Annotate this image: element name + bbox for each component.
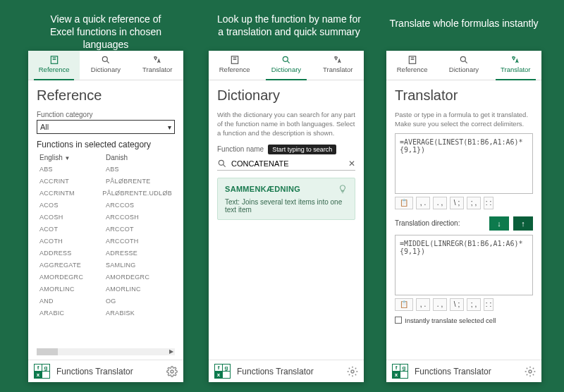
paste-icon[interactable]: 📋	[395, 298, 413, 311]
translate-down-button[interactable]: ↓	[489, 216, 509, 231]
search-icon	[101, 55, 111, 65]
source-formula-input[interactable]: =AVERAGE(LINEST(B1:B6,A1:A6)*{9,1})	[395, 133, 533, 194]
reference-icon	[49, 55, 59, 65]
reference-panel: Reference Dictionary Translator Referenc…	[28, 51, 183, 382]
horizontal-scrollbar[interactable]: ◀ ▶	[37, 348, 175, 355]
table-row[interactable]: ACOTHARCCOTH	[37, 235, 175, 247]
svg-point-17	[460, 56, 465, 61]
translate-icon	[152, 55, 162, 65]
settings-icon[interactable]	[166, 366, 178, 377]
table-row[interactable]: ACCRINTPÅLØBRENTE	[37, 175, 175, 187]
delim-button[interactable]: \ ;	[450, 298, 464, 311]
instant-label: Instantly translate selected cell	[405, 317, 496, 324]
search-tooltip: Start typing to search	[268, 145, 336, 154]
table-row[interactable]: ABSABS	[37, 163, 175, 175]
delim-button[interactable]: . ,	[433, 298, 447, 311]
delim-button[interactable]: , .	[416, 197, 430, 209]
sort-asc-icon: ▼	[65, 155, 70, 161]
table-row[interactable]: ANDOG	[37, 295, 175, 307]
reference-icon	[407, 55, 417, 65]
scroll-thumb[interactable]	[37, 348, 58, 355]
category-select[interactable]: All ▾	[37, 120, 175, 134]
table-row[interactable]: AMORLINCAMORLINC	[37, 283, 175, 295]
footer-title: Functions Translator	[237, 367, 341, 376]
svg-line-10	[287, 61, 289, 63]
svg-line-12	[223, 165, 225, 167]
delim-button[interactable]: ; ,	[467, 197, 481, 209]
delim-button[interactable]: . ,	[433, 197, 447, 209]
search-input[interactable]	[231, 159, 344, 168]
delim-button[interactable]: ; ,	[467, 298, 481, 311]
tab-bar: Reference Dictionary Translator	[209, 51, 364, 80]
settings-icon[interactable]	[525, 366, 536, 377]
translate-icon	[333, 55, 343, 65]
tab-reference[interactable]: Reference	[28, 51, 80, 80]
table-row[interactable]: ACOTARCCOT	[37, 223, 175, 235]
page-title: Translator	[395, 87, 533, 104]
app-logo: fgx	[392, 364, 409, 379]
paste-icon[interactable]: 📋	[395, 197, 413, 209]
chevron-down-icon: ▾	[168, 123, 171, 131]
tab-translator[interactable]: Translator	[132, 51, 183, 80]
result-description: Text: Joins several text items into one …	[225, 198, 348, 214]
category-label: Function category	[37, 111, 175, 118]
delim-button[interactable]: \ ;	[450, 197, 464, 209]
table-row[interactable]: ADDRESSADRESSE	[37, 247, 175, 259]
svg-point-13	[351, 370, 354, 373]
table-row[interactable]: ARABICARABISK	[37, 307, 175, 319]
delim-button[interactable]: : :	[484, 197, 494, 209]
app-logo: fgx	[214, 364, 231, 379]
svg-line-18	[465, 61, 467, 63]
svg-point-11	[219, 161, 223, 166]
instant-checkbox[interactable]	[395, 317, 402, 324]
translate-up-button[interactable]: ↑	[513, 216, 533, 231]
table-row[interactable]: ACOSARCCOS	[37, 199, 175, 211]
search-result[interactable]: SAMMENKÆDNING Text: Joins several text i…	[217, 178, 355, 220]
search-box: ✕	[217, 157, 355, 171]
function-list: ABSABS ACCRINTPÅLØBRENTE ACCRINTMPÅLØBRE…	[37, 163, 175, 347]
tab-translator[interactable]: Translator	[312, 51, 364, 80]
caption-reference: View a quick reference ofExcel functions…	[28, 13, 183, 51]
panel-footer: fgx Functions Translator	[28, 360, 183, 382]
svg-line-4	[106, 61, 109, 63]
app-logo: fgx	[34, 364, 51, 379]
scroll-right-icon[interactable]: ▶	[168, 348, 175, 355]
page-title: Reference	[37, 87, 175, 104]
search-icon	[217, 159, 227, 169]
translate-icon	[510, 55, 520, 65]
hint-text: Paste or type in a formula to get it tra…	[395, 111, 533, 129]
dictionary-panel: Reference Dictionary Translator Dictiona…	[209, 51, 364, 382]
delim-button[interactable]: : :	[484, 298, 494, 311]
list-heading: Functions in selected category	[37, 140, 175, 149]
search-icon	[459, 55, 469, 65]
caption-translator: Translate whole formulas instantly	[386, 17, 541, 30]
svg-point-19	[529, 370, 532, 373]
result-name: SAMMENKÆDNING	[225, 185, 300, 193]
tab-dictionary[interactable]: Dictionary	[438, 51, 489, 80]
table-row[interactable]: ACCRINTMPÅLØBRENTE.UDLØB	[37, 187, 175, 199]
column-headers[interactable]: English ▼ Danish	[37, 152, 175, 163]
table-row[interactable]: AMORDEGRCAMORDEGRC	[37, 271, 175, 283]
function-name-label: Function name	[217, 145, 264, 153]
tab-dictionary[interactable]: Dictionary	[260, 51, 312, 80]
tab-dictionary[interactable]: Dictionary	[80, 51, 131, 80]
tab-translator[interactable]: Translator	[490, 51, 541, 80]
tab-bar: Reference Dictionary Translator	[386, 51, 541, 80]
target-formula-output[interactable]: =MIDDEL(LINREGR(B1:B6,A1:A6)*{9,1})	[395, 235, 533, 295]
panel-footer: fgx Functions Translator	[386, 360, 541, 382]
description-text: With the dictionary you can search for a…	[217, 111, 355, 137]
settings-icon[interactable]	[347, 366, 358, 377]
translator-panel: Reference Dictionary Translator Translat…	[386, 51, 541, 382]
table-row[interactable]: ACOSHARCCOSH	[37, 211, 175, 223]
page-title: Dictionary	[217, 87, 355, 104]
tab-reference[interactable]: Reference	[209, 51, 260, 80]
footer-title: Functions Translator	[415, 367, 519, 376]
svg-point-9	[283, 56, 288, 61]
tab-reference[interactable]: Reference	[386, 51, 438, 80]
table-row[interactable]: AGGREGATESAMLING	[37, 259, 175, 271]
target-delim-row: 📋 , . . , \ ; ; , : :	[395, 298, 533, 311]
footer-title: Functions Translator	[56, 367, 161, 376]
delim-button[interactable]: , .	[416, 298, 430, 311]
clear-icon[interactable]: ✕	[348, 159, 355, 169]
svg-point-5	[171, 370, 173, 373]
